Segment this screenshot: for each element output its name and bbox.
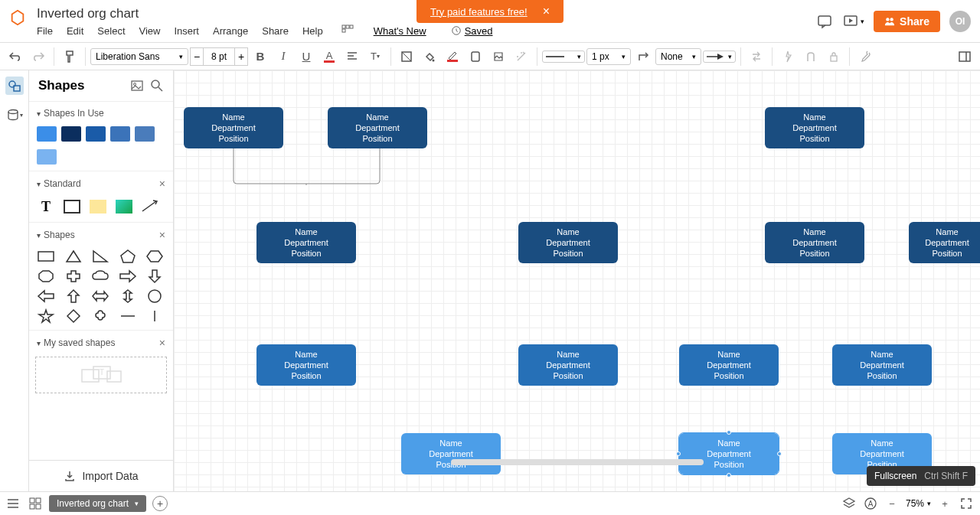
zoom-in-button[interactable]: + — [937, 496, 952, 511]
shape-star[interactable] — [37, 308, 55, 324]
comment-icon[interactable] — [816, 13, 833, 30]
org-node[interactable]: NameDepartmentPosition — [909, 222, 980, 263]
menu-arrange[interactable]: Arrange — [213, 25, 248, 37]
font-size-input[interactable] — [204, 47, 234, 66]
shape-hexagon[interactable] — [145, 249, 164, 264]
shape-pentagon[interactable] — [119, 249, 137, 264]
box-shape[interactable] — [63, 197, 81, 216]
shape-octagon[interactable] — [37, 269, 55, 284]
org-node[interactable]: NameDepartmentPosition — [679, 344, 779, 386]
arrow-line-shape[interactable] — [141, 197, 159, 216]
menu-select[interactable]: Select — [97, 25, 125, 37]
fill-bucket-button[interactable] — [419, 46, 440, 67]
italic-button[interactable]: I — [273, 46, 294, 67]
action-button[interactable] — [777, 46, 799, 67]
menu-share[interactable]: Share — [262, 25, 289, 37]
border-color-button[interactable] — [442, 46, 463, 67]
org-node[interactable]: NameDepartmentPosition — [518, 222, 618, 263]
selection-handle[interactable] — [727, 430, 731, 435]
shape-arrow-ud[interactable] — [119, 288, 137, 304]
shape-right-triangle[interactable] — [91, 249, 109, 264]
section-header-saved[interactable]: ▾My saved shapes× — [37, 337, 165, 349]
panel-toggle-button[interactable] — [954, 46, 975, 67]
shape-line[interactable] — [119, 308, 137, 324]
shape-arrow-right[interactable] — [119, 269, 137, 284]
org-node[interactable]: NameDepartmentPosition — [256, 222, 356, 263]
image-button[interactable] — [488, 46, 509, 67]
menu-insert[interactable]: Insert — [174, 25, 199, 37]
accessibility-icon[interactable]: A — [863, 496, 878, 511]
swatch[interactable] — [61, 126, 81, 142]
text-shape[interactable]: T — [37, 197, 55, 216]
shape-cloud[interactable] — [91, 269, 109, 284]
org-node[interactable]: NameDepartmentPosition — [328, 107, 427, 148]
promo-link[interactable]: Try paid features free! — [430, 6, 528, 18]
horizontal-scrollbar[interactable] — [451, 459, 704, 465]
align-button[interactable] — [341, 46, 363, 67]
org-node[interactable]: NameDepartmentPosition — [765, 222, 864, 263]
line-width-select[interactable]: 1 px▾ — [586, 48, 631, 65]
image-icon[interactable] — [130, 79, 144, 93]
line-style-select[interactable]: ▾ — [542, 51, 585, 63]
line-end-left-select[interactable]: None▾ — [655, 48, 701, 65]
selection-handle[interactable] — [676, 451, 681, 456]
undo-button[interactable] — [5, 46, 26, 67]
line-path-button[interactable] — [632, 46, 654, 67]
shapes-rail-button[interactable] — [5, 77, 24, 95]
menu-edit[interactable]: Edit — [67, 25, 83, 37]
page-tab[interactable]: Inverted org chart▾ — [49, 495, 146, 512]
line-end-right-select[interactable]: ▾ — [703, 51, 736, 63]
shape-arrow-up[interactable] — [64, 288, 83, 304]
section-header-standard[interactable]: ▾Standard× — [37, 178, 165, 190]
font-select[interactable]: Liberation Sans▾ — [90, 48, 188, 65]
bolt-shape[interactable] — [115, 197, 133, 216]
zoom-level-select[interactable]: 75%▾ — [906, 498, 931, 509]
section-header-in-use[interactable]: ▾Shapes In Use — [37, 108, 165, 119]
font-size-increase[interactable]: + — [234, 47, 248, 66]
canvas[interactable]: NameDepartmentPosition NameDepartmentPos… — [174, 70, 980, 491]
shape-arrow-left[interactable] — [37, 288, 55, 304]
swatch[interactable] — [37, 126, 57, 142]
share-button[interactable]: Share — [874, 11, 940, 32]
grid-view-icon[interactable] — [28, 496, 43, 511]
shape-fill-button[interactable] — [396, 46, 417, 67]
add-page-button[interactable]: + — [152, 496, 168, 511]
shape-rect[interactable] — [37, 249, 55, 264]
swatch[interactable] — [37, 149, 57, 165]
whats-new-link[interactable]: What's New — [374, 25, 426, 37]
redo-button[interactable] — [28, 46, 49, 67]
fullscreen-button[interactable] — [959, 496, 974, 511]
swatch[interactable] — [135, 126, 155, 142]
swap-button[interactable] — [746, 46, 767, 67]
apps-icon[interactable] — [341, 24, 354, 37]
import-data-button[interactable]: Import Data — [29, 460, 173, 491]
zoom-out-button[interactable]: − — [884, 496, 900, 511]
format-painter-button[interactable] — [59, 46, 80, 67]
underline-button[interactable]: U — [296, 46, 317, 67]
lock-button[interactable] — [823, 46, 844, 67]
shape-vline[interactable] — [145, 308, 164, 324]
close-icon[interactable]: × — [159, 178, 165, 190]
close-icon[interactable]: × — [159, 337, 165, 349]
tools-button[interactable] — [854, 46, 876, 67]
menu-file[interactable]: File — [37, 25, 53, 37]
menu-help[interactable]: Help — [302, 25, 323, 37]
section-header-shapes[interactable]: ▾Shapes× — [37, 229, 165, 241]
org-node[interactable]: NameDepartmentPosition — [518, 344, 618, 386]
layers-icon[interactable] — [841, 496, 857, 511]
list-view-icon[interactable] — [6, 496, 21, 511]
present-icon[interactable] — [842, 13, 859, 30]
present-dropdown[interactable]: ▾ — [861, 18, 864, 25]
promo-close-icon[interactable]: × — [543, 5, 550, 18]
org-node[interactable]: NameDepartmentPosition — [256, 344, 356, 386]
bold-button[interactable]: B — [250, 46, 271, 67]
saved-shapes-dropzone[interactable]: T — [35, 357, 167, 393]
menu-view[interactable]: View — [139, 25, 161, 37]
text-color-button[interactable]: A — [318, 46, 340, 67]
user-avatar[interactable]: OI — [949, 11, 971, 32]
font-size-decrease[interactable]: − — [190, 47, 204, 66]
text-options-button[interactable]: T▾ — [364, 46, 386, 67]
shape-style-button[interactable] — [465, 46, 486, 67]
group-button[interactable] — [800, 46, 822, 67]
shape-badge[interactable] — [91, 308, 109, 324]
